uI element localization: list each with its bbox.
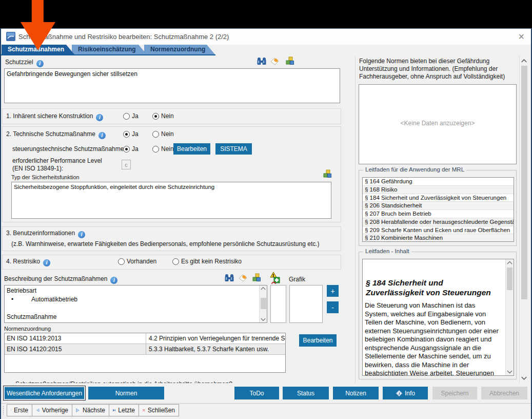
info-icon[interactable]: i bbox=[96, 114, 103, 121]
q1-radio-ja[interactable] bbox=[123, 113, 130, 120]
q1-label-text: 1. Inhärent sichere Konstruktion bbox=[6, 112, 93, 120]
scroll-up-icon[interactable] bbox=[260, 287, 267, 290]
list-item[interactable]: § 207 Bruch beim Betrieb bbox=[363, 210, 514, 218]
q4-label: 4. Restrisikoi bbox=[6, 258, 50, 266]
list-item[interactable]: § 208 Herabfallende oder herausgeschleud… bbox=[363, 218, 514, 226]
info-icon[interactable]: i bbox=[98, 132, 106, 139]
info-icon[interactable]: i bbox=[110, 277, 117, 284]
empty-normen-list[interactable]: <Keine Daten anzuzeigen> bbox=[359, 84, 517, 164]
first-page-icon bbox=[11, 407, 11, 413]
normen-bearbeiten-button[interactable]: Bearbeiten bbox=[299, 334, 337, 347]
sistema-button[interactable]: SISTEMA bbox=[215, 143, 252, 155]
q2-radio-nein[interactable] bbox=[152, 131, 159, 138]
close-icon[interactable]: ✕ bbox=[518, 32, 525, 42]
wesentliche-anforderungen-button[interactable]: Wesentliche Anforderungen bbox=[4, 387, 85, 399]
scroll-thumb[interactable] bbox=[507, 268, 513, 290]
info-button[interactable]: i Info bbox=[383, 387, 428, 399]
add-hazard-icon[interactable] bbox=[269, 272, 282, 284]
list-item[interactable]: § 206 Standsicherheit bbox=[363, 202, 514, 210]
q4-radio-vorhanden[interactable] bbox=[118, 258, 125, 265]
q2-label: 2. Technische Schutzmaßnahmei bbox=[6, 130, 106, 139]
normen-table: EN ISO 14119:2013 4.2 Prinzipien von Ver… bbox=[4, 333, 286, 373]
q2-label-text: 2. Technische Schutzmaßnahme bbox=[6, 130, 95, 138]
grafik-remove-button[interactable]: - bbox=[327, 301, 339, 313]
right-panel-scrollbar[interactable] bbox=[519, 56, 528, 383]
list-item[interactable]: § 184 Sicherheit und Zuverlässigkeit von… bbox=[363, 194, 514, 202]
scroll-up-icon[interactable] bbox=[506, 261, 514, 264]
speichern-button[interactable]: Speichern bbox=[432, 387, 477, 399]
info-icon[interactable]: i bbox=[36, 60, 44, 67]
bearbeiten-button[interactable]: Bearbeiten bbox=[173, 143, 210, 155]
performance-level-field: c bbox=[122, 160, 131, 169]
nav-naechste-label: Nächste bbox=[83, 407, 105, 414]
q2-sub-radio-ja[interactable] bbox=[123, 146, 130, 153]
last-page-icon bbox=[113, 407, 115, 413]
nav-erste-label: Erste bbox=[14, 407, 28, 414]
scroll-down-icon[interactable] bbox=[506, 370, 514, 374]
schutzziel-label: Schutzzieli bbox=[5, 59, 44, 67]
schutzziel-label-text: Schutzziel bbox=[5, 59, 33, 66]
scroll-down-icon[interactable] bbox=[520, 376, 528, 380]
notizen-button[interactable]: Notizen bbox=[333, 387, 379, 399]
beschreibung-scrollbar[interactable] bbox=[259, 285, 267, 322]
toolbar-grip[interactable] bbox=[3, 406, 4, 415]
spellcheck-icon[interactable] bbox=[270, 57, 280, 66]
scroll-thumb[interactable] bbox=[261, 298, 266, 309]
nav-erste-button[interactable]: Erste bbox=[7, 404, 32, 416]
cell-abschnitt: 4.2 Prinzipien von Verriegelungen für tr… bbox=[147, 333, 285, 344]
abbrechen-button[interactable]: Abbrechen bbox=[481, 387, 527, 399]
tab-risikoeinschaetzung[interactable]: Risikoeinschätzung bbox=[72, 45, 147, 54]
beschreibung-line1: Betriebsart bbox=[7, 287, 36, 294]
table-row[interactable]: EN ISO 14120:2015 5.3.3 Haltbarkeit, 5.3… bbox=[5, 344, 285, 355]
info-icon[interactable]: i bbox=[78, 231, 85, 238]
scroll-thumb[interactable] bbox=[521, 66, 527, 299]
textblock-icon[interactable] bbox=[285, 56, 294, 66]
list-item[interactable]: § 210 Kombinierte Maschinen bbox=[363, 234, 514, 242]
find-icon[interactable] bbox=[257, 57, 267, 66]
info-icon[interactable]: i bbox=[43, 259, 50, 266]
nav-vorherige-button[interactable]: Vorherige bbox=[32, 404, 72, 416]
q2-radio-nein-label: Nein bbox=[161, 130, 174, 138]
q2-radio-ja[interactable] bbox=[123, 131, 130, 138]
grafik-slot-large[interactable] bbox=[289, 285, 323, 323]
q4-radio-kein-restrisiko[interactable] bbox=[172, 258, 179, 265]
title-bar: Schutzmaßnahme und Restrisiko bearbeiten… bbox=[1, 29, 531, 45]
textblock-icon[interactable] bbox=[252, 273, 261, 282]
inhalt-content[interactable]: § 184 Sicherheit und Zuverlässigkeit von… bbox=[362, 259, 514, 376]
inhalt-scrollbar[interactable] bbox=[505, 259, 514, 375]
schutzziel-field[interactable]: Gefahrbringende Bewegungen sicher stills… bbox=[4, 68, 340, 103]
nav-naechste-button[interactable]: Nächste bbox=[72, 404, 109, 416]
empty-placeholder: <Keine Daten anzuzeigen> bbox=[359, 120, 516, 127]
typ-field[interactable]: Sicherheitsbezogene Stoppfunktion, einge… bbox=[11, 182, 331, 219]
schutzziel-value: Gefahrbringende Bewegungen sicher stills… bbox=[7, 70, 137, 78]
tab-normenzuordnung[interactable]: Normenzuordnung bbox=[144, 45, 215, 54]
beschreibung-label-text: Beschreibung der Schutzmaßnahmen bbox=[4, 275, 107, 282]
list-item[interactable]: § 209 Scharfe Kanten und Ecken und raue … bbox=[363, 226, 514, 235]
textblock-icon[interactable] bbox=[323, 169, 332, 179]
nav-letzte-button[interactable]: Letzte bbox=[109, 404, 139, 416]
list-item[interactable]: § 164 Gefährdung bbox=[363, 178, 514, 186]
nav-schliessen-button[interactable]: Schließen bbox=[139, 404, 179, 416]
q3-label-text: 3. Benutzerinformationen bbox=[6, 230, 75, 237]
grafik-add-button[interactable]: + bbox=[327, 285, 339, 297]
status-button[interactable]: Status bbox=[283, 387, 329, 399]
scroll-up-icon[interactable] bbox=[520, 59, 528, 63]
table-row[interactable]: EN ISO 14119:2013 4.2 Prinzipien von Ver… bbox=[5, 333, 285, 344]
q2-sub-radio-nein[interactable] bbox=[152, 146, 159, 153]
find-icon[interactable] bbox=[224, 274, 234, 282]
spellcheck-icon[interactable] bbox=[238, 274, 248, 282]
grafik-label: Grafik bbox=[289, 276, 305, 283]
tab-underline bbox=[1, 54, 215, 55]
grafik-slot-small[interactable] bbox=[270, 285, 286, 323]
beschreibung-line3: Schutzmaßnahme bbox=[7, 313, 56, 320]
normen-button[interactable]: Normen bbox=[88, 387, 164, 399]
close-red-icon bbox=[143, 407, 145, 413]
q1-radio-nein[interactable] bbox=[152, 113, 159, 120]
beschreibung-field[interactable]: Betriebsart • Automatikbetrieb Schutzmaß… bbox=[4, 285, 267, 323]
scroll-down-icon[interactable] bbox=[260, 318, 267, 321]
q1-radio-nein-label: Nein bbox=[161, 112, 174, 120]
inhalt-body: Die Steuerung von Maschinen ist das Syst… bbox=[365, 301, 499, 376]
todo-button[interactable]: ToDo bbox=[234, 387, 279, 399]
list-item[interactable]: § 168 Risiko bbox=[363, 186, 514, 194]
cell-norm: EN ISO 14120:2015 bbox=[5, 344, 146, 355]
